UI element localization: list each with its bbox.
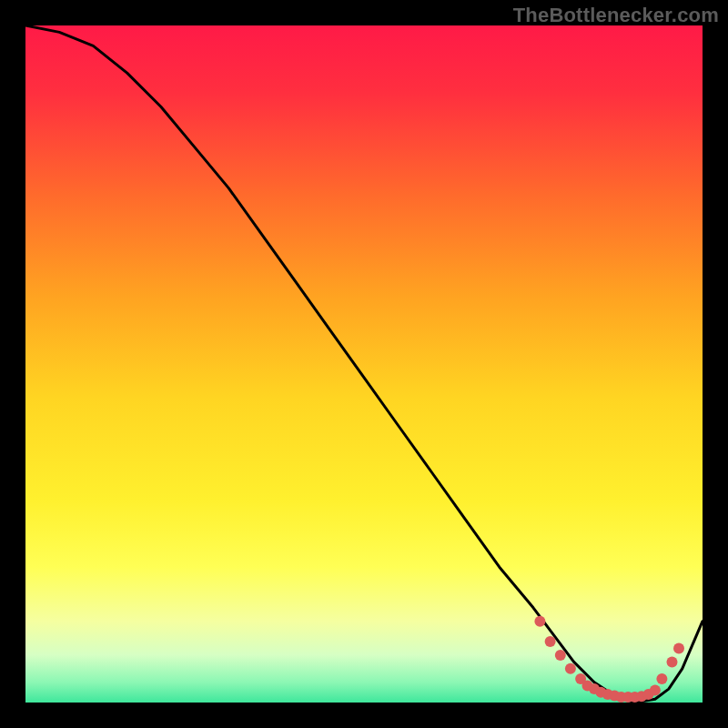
highlight-dot	[667, 656, 678, 667]
highlight-dot	[565, 663, 576, 674]
chart-svg	[25, 25, 703, 703]
watermark-text: TheBottlenecker.com	[513, 4, 719, 27]
chart-frame: TheBottlenecker.com	[0, 0, 728, 728]
highlight-dot	[545, 636, 556, 647]
highlight-dot	[650, 685, 661, 696]
chart-plot-area	[25, 25, 703, 703]
highlight-dot	[534, 616, 545, 627]
highlight-dot	[673, 643, 684, 654]
gradient-background	[25, 25, 703, 703]
highlight-dot	[656, 673, 667, 684]
highlight-dot	[555, 650, 566, 661]
